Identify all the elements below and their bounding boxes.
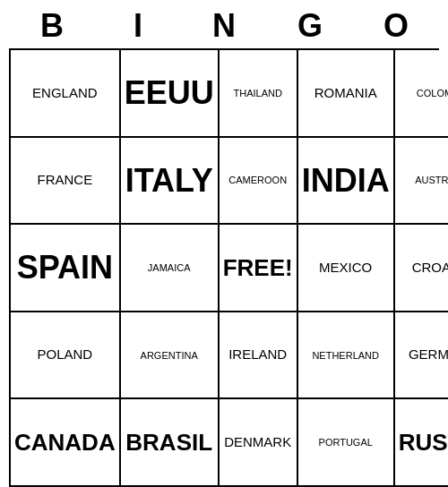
cell-text-0-4: COLOMBIA xyxy=(417,88,448,98)
cell-text-3-0: POLAND xyxy=(37,347,92,363)
cell-text-3-4: GERMANY xyxy=(409,347,448,363)
bingo-cell-3-3: NETHERLAND xyxy=(298,312,395,400)
cell-text-2-2: FREE! xyxy=(223,255,293,281)
bingo-cell-3-2: IRELAND xyxy=(220,312,298,400)
cell-text-4-1: BRASIL xyxy=(125,430,212,456)
cell-text-0-1: EEUU xyxy=(125,75,214,111)
cell-text-1-2: CAMEROON xyxy=(228,175,287,185)
bingo-cell-3-1: ARGENTINA xyxy=(121,312,220,400)
bingo-cell-4-0: CANADA xyxy=(11,399,121,487)
bingo-cell-0-2: THAILAND xyxy=(220,50,298,138)
cell-text-0-3: ROMANIA xyxy=(314,86,377,101)
bingo-cell-1-3: INDIA xyxy=(298,138,395,226)
cell-text-0-2: THAILAND xyxy=(234,88,282,98)
bingo-cell-0-1: EEUU xyxy=(121,50,220,138)
bingo-cell-1-1: ITALY xyxy=(121,138,220,226)
cell-text-1-0: FRANCE xyxy=(38,173,93,188)
cell-text-2-1: JAMAICA xyxy=(148,262,191,273)
cell-text-1-4: AUSTRALIA xyxy=(415,175,448,185)
bingo-letter-I: I xyxy=(99,7,177,45)
bingo-cell-2-2: FREE! xyxy=(220,225,298,312)
bingo-cell-3-0: POLAND xyxy=(11,312,121,400)
cell-text-1-3: INDIA xyxy=(302,163,390,199)
cell-text-0-0: ENGLAND xyxy=(32,86,98,101)
bingo-cell-4-3: PORTUGAL xyxy=(298,399,395,487)
bingo-cell-2-4: CROACIA xyxy=(395,225,448,312)
cell-text-2-4: CROACIA xyxy=(412,261,448,276)
bingo-cell-4-1: BRASIL xyxy=(121,399,220,487)
bingo-cell-0-3: ROMANIA xyxy=(298,50,395,138)
bingo-letter-G: G xyxy=(271,7,349,45)
bingo-grid: ENGLANDEEUUTHAILANDROMANIACOLOMBIAFRANCE… xyxy=(9,48,439,487)
bingo-letter-O: O xyxy=(357,7,435,45)
bingo-cell-2-0: SPAIN xyxy=(11,225,121,312)
bingo-cell-2-3: MEXICO xyxy=(298,225,395,312)
cell-text-4-4: RUSSIA xyxy=(399,430,448,456)
cell-text-2-3: MEXICO xyxy=(319,261,372,276)
bingo-cell-1-4: AUSTRALIA xyxy=(395,138,448,226)
cell-text-3-3: NETHERLAND xyxy=(312,350,379,361)
cell-text-3-1: ARGENTINA xyxy=(141,350,198,361)
bingo-letter-N: N xyxy=(185,7,263,45)
bingo-cell-3-4: GERMANY xyxy=(395,312,448,400)
bingo-cell-4-4: RUSSIA xyxy=(395,399,448,487)
bingo-cell-4-2: DENMARK xyxy=(220,399,298,487)
bingo-cell-2-1: JAMAICA xyxy=(121,225,220,312)
cell-text-2-0: SPAIN xyxy=(17,250,113,286)
bingo-cell-0-4: COLOMBIA xyxy=(395,50,448,138)
cell-text-3-2: IRELAND xyxy=(228,347,287,363)
cell-text-4-2: DENMARK xyxy=(224,435,291,450)
cell-text-4-3: PORTUGAL xyxy=(319,437,373,448)
cell-text-4-0: CANADA xyxy=(14,430,116,456)
bingo-header: BINGO xyxy=(9,0,439,48)
bingo-cell-1-0: FRANCE xyxy=(11,138,121,226)
cell-text-1-1: ITALY xyxy=(125,163,213,199)
bingo-cell-0-0: ENGLAND xyxy=(11,50,121,138)
bingo-letter-B: B xyxy=(13,7,91,45)
bingo-cell-1-2: CAMEROON xyxy=(220,138,298,226)
